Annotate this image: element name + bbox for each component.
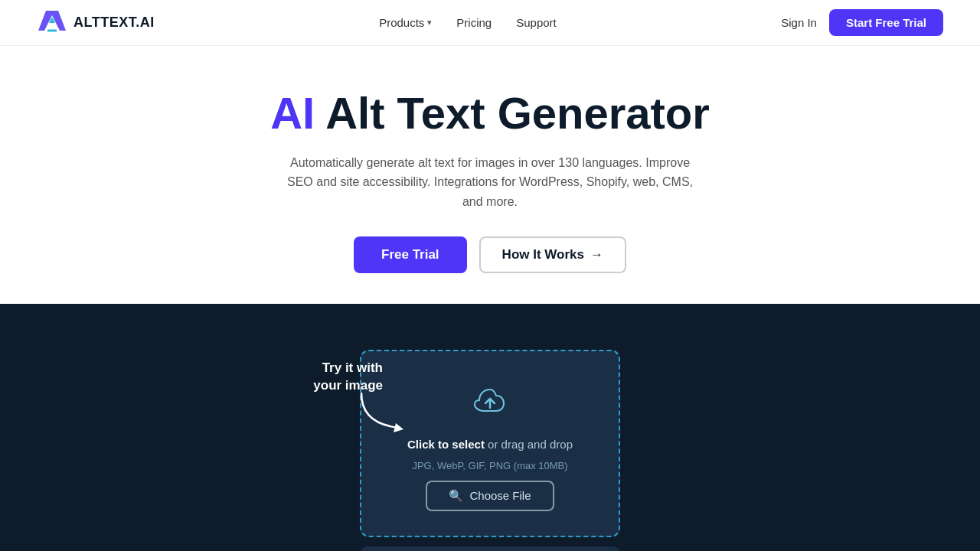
products-chevron-icon: ▾	[427, 18, 432, 28]
nav-products[interactable]: Products ▾	[379, 16, 432, 29]
start-free-trial-button[interactable]: Start Free Trial	[829, 9, 943, 36]
logo-icon	[37, 9, 67, 37]
hero-section: AI Alt Text Generator Automatically gene…	[0, 46, 980, 304]
upload-dropzone[interactable]: Click to select or drag and drop JPG, We…	[360, 350, 620, 537]
logo-link[interactable]: ALTTEXT.AI	[37, 9, 155, 37]
upload-or-text: or drag and drop	[485, 438, 573, 451]
nav-links: Products ▾ Pricing Support	[379, 16, 557, 29]
nav-actions: Sign In Start Free Trial	[781, 9, 943, 36]
how-it-works-arrow-icon: →	[590, 247, 603, 262]
free-trial-button[interactable]: Free Trial	[354, 236, 467, 273]
how-it-works-label: How It Works	[502, 247, 584, 262]
demo-container: Click to select or drag and drop JPG, We…	[360, 350, 620, 551]
nav-pricing[interactable]: Pricing	[456, 16, 492, 29]
hero-title: AI Alt Text Generator	[37, 89, 943, 138]
seo-keywords-box[interactable]: + Add custom SEO keywords Optional	[360, 546, 620, 551]
svg-marker-3	[394, 423, 403, 432]
upload-formats: JPG, WebP, GIF, PNG (max 10MB)	[412, 460, 567, 471]
logo-text: ALTTEXT.AI	[74, 15, 155, 31]
upload-click-text: Click to select	[407, 438, 485, 451]
choose-file-label: Choose File	[469, 489, 531, 502]
upload-text: Click to select or drag and drop	[407, 438, 573, 451]
hero-buttons: Free Trial How It Works →	[37, 236, 943, 273]
sign-in-button[interactable]: Sign In	[781, 16, 817, 29]
how-it-works-button[interactable]: How It Works →	[479, 236, 626, 273]
hero-title-rest: Alt Text Generator	[315, 88, 710, 138]
choose-file-search-icon: 🔍	[449, 489, 463, 503]
hero-title-ai: AI	[270, 88, 315, 138]
cloud-upload-icon	[472, 382, 508, 425]
nav-support[interactable]: Support	[516, 16, 557, 29]
choose-file-button[interactable]: 🔍 Choose File	[426, 481, 554, 511]
navbar: ALTTEXT.AI Products ▾ Pricing Support Si…	[0, 0, 980, 46]
hero-subtitle: Automatically generate alt text for imag…	[283, 153, 697, 212]
arrow-icon	[354, 390, 415, 435]
demo-section: Try it with your image Click to select o…	[0, 304, 980, 551]
